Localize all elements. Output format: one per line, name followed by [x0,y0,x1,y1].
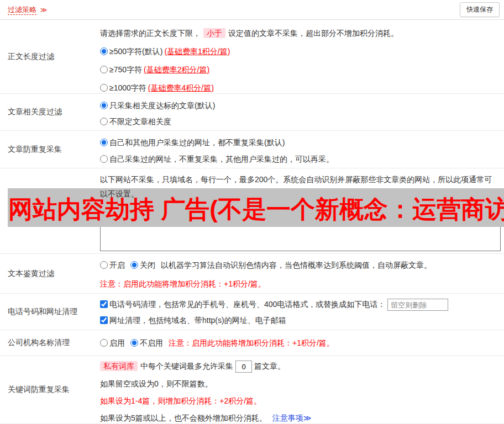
ad-banner-text: 网站内容劫持 广告(不是一个新概念：运营商访 [8,188,504,223]
row-keyword-dedupe: 关键词防重复采集 私有词库中每个关键词最多允许采集篇文章。 如果留空或设为0，则… [0,356,504,424]
max-articles-input[interactable] [235,361,252,373]
phone-cleanup-text: 电话号码清理，包括常见的手机号、座机号、400电话格式，或替换成如下电话： [109,300,385,309]
option-text: ≥750字符 [109,65,142,74]
notes-link[interactable]: 注意事项≫ [272,414,312,422]
option-text: 不限定文章相关度 [109,117,171,126]
url-cleanup-option[interactable]: 网址清理，包括纯域名、带http(s)的网址、电子邮箱 [100,316,286,325]
body-length-500-radio[interactable] [100,47,108,55]
body-length-1000-radio[interactable] [100,84,108,92]
option-text: 启用 [109,338,125,347]
body-length-option-500[interactable]: ≥500字符(默认)(基础费率1积分/篇) [100,46,501,57]
body-length-750-radio[interactable] [100,66,108,73]
relevance-row-label: 文章相关度过滤 [0,94,100,130]
keyword-limit-line: 私有词库中每个关键词最多允许采集篇文章。 [100,361,501,373]
option-text: ≥500字符(默认) [109,47,162,56]
company-disable-radio[interactable] [130,339,138,347]
quick-save-button[interactable]: 快速保存 [460,2,500,17]
dedupe-row-content: 自己和其他用户采集过的网址，都不重复采集(默认) 自己采集过的网址，不重复采集，… [100,131,504,168]
site-filter-desc-line2: 以不设置。 [100,189,139,198]
company-option-disable[interactable]: 不启用 [130,338,163,347]
option-fee: (基础费率2积分/篇) [144,65,209,74]
keyword-limit-suffix: 篇文章。 [254,362,285,370]
dedupe-option-own[interactable]: 自己采集过的网址，不重复采集，其他用户采集过的，可以再采。 [100,153,501,165]
option-fee: (基础费率1积分/篇) [164,47,230,56]
body-length-option-750[interactable]: ≥750字符(基础费率2积分/篇) [100,64,501,76]
url-cleanup-checkbox[interactable] [100,316,108,324]
dedupe-global-radio[interactable] [100,139,108,146]
porn-filter-options-line: 开启关闭以机器学习算法自动识别色情内容，当色情概率达到系统阈值，自动屏蔽文章。 [100,259,501,271]
porn-filter-option-off[interactable]: 关闭 [130,261,155,269]
keyword-row-label: 关键词防重复采集 [0,356,100,423]
url-cleanup-line: 网址清理，包括纯域名、带http(s)的网址、电子邮箱 [100,315,501,326]
body-length-row-label: 正文长度过滤 [0,20,100,93]
intro-prefix: 请选择需求的正文长度下限， [100,29,201,38]
relevance-option-strict[interactable]: 只采集相关度达标的文章(默认) [100,100,501,112]
page-title[interactable]: 过滤策略 ≫ [8,5,47,15]
company-row-content: 启用不启用注意：启用此功能将增加积分消耗：+1积分/篇。 [100,330,504,356]
dedupe-option-global[interactable]: 自己和其他用户采集过的网址，都不重复采集(默认) [100,137,501,149]
company-cost-note: 注意：启用此功能将增加积分消耗：+1积分/篇。 [169,338,334,347]
phone-cleanup-line: 电话号码清理，包括常见的手机号、座机号、400电话格式，或替换成如下电话： [100,299,501,311]
page-title-text: 过滤策略 [8,6,36,15]
phone-cleanup-option[interactable]: 电话号码清理，包括常见的手机号、座机号、400电话格式，或替换成如下电话： [100,300,385,309]
phone-url-row-content: 电话号码清理，包括常见的手机号、座机号、400电话格式，或替换成如下电话： 网址… [100,294,504,330]
company-options-line: 启用不启用注意：启用此功能将增加积分消耗：+1积分/篇。 [100,337,501,349]
less-than-badge: 小于 [203,28,225,38]
option-text: 只采集相关度达标的文章(默认) [109,101,215,110]
company-option-enable[interactable]: 启用 [100,338,125,347]
phone-url-row-label: 电话号码和网址清理 [0,294,100,330]
relevance-strict-radio[interactable] [100,102,108,109]
relevance-option-any[interactable]: 不限定文章相关度 [100,116,501,128]
option-text: 自己采集过的网址，不重复采集，其他用户采集过的，可以再采。 [109,155,334,163]
porn-filter-option-on[interactable]: 开启 [100,261,125,269]
keyword-row-content: 私有词库中每个关键词最多允许采集篇文章。 如果留空或设为0，则不限篇数。 如果设… [100,356,504,423]
keyword-note-five: 如果设为5篇或以上，也不会额外增加积分消耗。注意事项≫ [100,412,501,424]
url-cleanup-text: 网址清理，包括纯域名、带http(s)的网址、电子邮箱 [109,316,286,325]
row-porn-filter: 文本鉴黄过滤 开启关闭以机器学习算法自动识别色情内容，当色情概率达到系统阈值，自… [0,254,504,294]
option-text: 不启用 [140,338,163,347]
replacement-phone-input[interactable] [387,299,448,311]
row-company-name-cleanup: 公司机构名称清理 启用不启用注意：启用此功能将增加积分消耗：+1积分/篇。 [0,330,504,356]
filter-strategy-page: 过滤策略 ≫ 快速保存 正文长度过滤 请选择需求的正文长度下限，小于设定值的文章… [0,0,504,424]
chevron-double-right-icon: ≫ [40,6,48,14]
body-length-intro: 请选择需求的正文长度下限，小于设定值的文章不采集，超出部分不增加积分消耗。 [100,28,501,39]
topbar: 过滤策略 ≫ 快速保存 [0,0,504,20]
keyword-note-cost: 如果设为1-4篇，则增加积分消耗：+2积分/篇。 [100,395,501,407]
notes-link-text: 注意事项 [272,414,303,422]
porn-filter-row-content: 开启关闭以机器学习算法自动识别色情内容，当色情概率达到系统阈值，自动屏蔽文章。 … [100,254,504,293]
option-text: 关闭 [140,261,155,269]
company-row-label: 公司机构名称清理 [0,330,100,356]
relevance-any-radio[interactable] [100,118,108,125]
phone-cleanup-checkbox[interactable] [100,300,108,308]
row-body-length-filter: 正文长度过滤 请选择需求的正文长度下限，小于设定值的文章不采集，超出部分不增加积… [0,20,504,94]
option-fee: (基础费率4积分/篇) [148,83,214,92]
company-enable-radio[interactable] [100,339,108,347]
row-relevance-filter: 文章相关度过滤 只采集相关度达标的文章(默认) 不限定文章相关度 [0,94,504,131]
site-filter-desc-line1: 以下网站不采集，只填域名，每行一个，最多200个。系统会自动识别并屏蔽那些非文章… [100,174,501,186]
dedupe-own-radio[interactable] [100,155,108,163]
porn-filter-cost-note: 注意：启用此功能将增加积分消耗：+1积分/篇。 [100,278,501,290]
row-anti-duplicate-collection: 文章防重复采集 自己和其他用户采集过的网址，都不重复采集(默认) 自己采集过的网… [0,131,504,168]
ad-banner-overlay: 网站内容劫持 广告(不是一个新概念：运营商访 [8,188,504,227]
intro-suffix: 设定值的文章不采集，超出部分不增加积分消耗。 [228,29,398,38]
porn-filter-desc: 以机器学习算法自动识别色情内容，当色情概率达到系统阈值，自动屏蔽文章。 [161,261,432,269]
keyword-note-five-text: 如果设为5篇或以上，也不会额外增加积分消耗。 [100,414,267,422]
keyword-limit-text: 中每个关键词最多允许采集 [140,362,233,370]
body-length-row-content: 请选择需求的正文长度下限，小于设定值的文章不采集，超出部分不增加积分消耗。 ≥5… [100,20,504,93]
porn-filter-row-label: 文本鉴黄过滤 [0,254,100,293]
body-length-option-1000[interactable]: ≥1000字符(基础费率4积分/篇) [100,82,501,94]
porn-on-radio[interactable] [100,261,108,269]
private-lexicon-badge: 私有词库 [100,361,138,371]
option-text: 开启 [109,261,125,269]
row-phone-url-cleanup: 电话号码和网址清理 电话号码清理，包括常见的手机号、座机号、400电话格式，或替… [0,294,504,330]
porn-off-radio[interactable] [130,261,138,269]
keyword-note-zero: 如果留空或设为0，则不限篇数。 [100,378,501,390]
option-text: 自己和其他用户采集过的网址，都不重复采集(默认) [109,138,285,147]
option-text: ≥1000字符 [109,83,146,92]
chevron-double-right-icon: ≫ [303,414,312,422]
dedupe-row-label: 文章防重复采集 [0,131,100,168]
relevance-row-content: 只采集相关度达标的文章(默认) 不限定文章相关度 [100,94,504,130]
